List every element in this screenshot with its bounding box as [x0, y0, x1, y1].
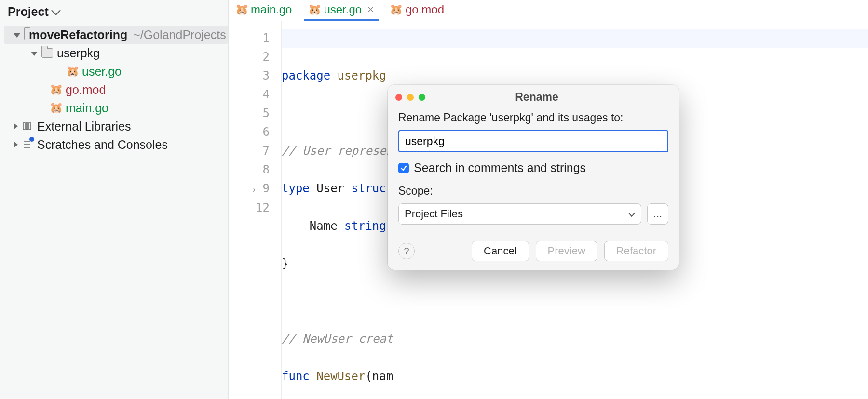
rename-dialog: Rename Rename Package 'userpkg' and its …	[388, 85, 679, 270]
rename-input[interactable]	[398, 130, 668, 152]
tree-root-name: moveRefactoring	[29, 28, 127, 41]
code-token: User	[316, 182, 344, 195]
tree-file-main[interactable]: 🐹 main.go	[4, 99, 228, 117]
tree-root[interactable]: moveRefactoring ~/GolandProjects	[4, 26, 228, 44]
code-token: Name	[310, 219, 338, 233]
line-number: 3	[229, 66, 270, 85]
go-file-icon: 🐹	[50, 102, 62, 114]
refactor-button[interactable]: Refactor	[604, 241, 668, 261]
window-controls	[395, 94, 425, 101]
code-token: type	[282, 182, 310, 195]
tab-go-mod[interactable]: 🐹 go.mod	[386, 0, 449, 21]
search-comments-checkbox-row[interactable]: Search in comments and strings	[398, 161, 668, 175]
library-icon	[22, 120, 33, 132]
line-number: 2	[229, 48, 270, 66]
chevron-down-icon[interactable]	[14, 33, 20, 38]
folder-icon	[24, 30, 25, 40]
scope-label: Scope:	[398, 185, 668, 198]
fold-icon[interactable]: ›	[252, 184, 256, 194]
dialog-title: Rename	[425, 91, 671, 104]
current-line-highlight	[282, 29, 868, 48]
tree-external-libraries[interactable]: External Libraries	[4, 117, 228, 135]
scope-select[interactable]: Project Files	[398, 203, 641, 225]
tree-root-path: ~/GolandProjects	[133, 28, 226, 41]
tree-item-label: Scratches and Consoles	[37, 138, 168, 151]
spacer	[40, 105, 46, 111]
scope-more-button[interactable]: ...	[647, 203, 668, 225]
tab-label: user.go	[324, 3, 362, 16]
tab-main-go[interactable]: 🐹 main.go	[231, 0, 297, 21]
checkbox-checked-icon[interactable]	[398, 163, 409, 173]
spacer	[40, 86, 46, 93]
code-token: struct	[352, 182, 393, 195]
project-panel: Project moveRefactoring ~/GolandProjects…	[0, 0, 229, 399]
line-number: › 9	[229, 179, 270, 199]
svg-rect-2	[29, 123, 31, 130]
code-token: NewUser	[316, 370, 365, 383]
tree-file-user[interactable]: 🐹 user.go	[4, 62, 228, 80]
chevron-down-icon[interactable]	[31, 52, 38, 56]
help-icon: ?	[404, 246, 409, 257]
project-tree: moveRefactoring ~/GolandProjects userpkg…	[0, 24, 228, 154]
spacer	[56, 68, 63, 75]
scratches-icon	[22, 139, 33, 150]
checkbox-label: Search in comments and strings	[414, 161, 586, 175]
button-label: Cancel	[484, 245, 516, 257]
code-token: func	[282, 370, 310, 383]
tree-item-label: user.go	[82, 65, 122, 78]
tree-folder-userpkg[interactable]: userpkg	[4, 44, 228, 62]
line-number: 1	[229, 29, 270, 48]
minimize-window-icon[interactable]	[407, 94, 414, 101]
line-number: 4	[229, 85, 270, 104]
more-label: ...	[653, 208, 662, 220]
preview-button[interactable]: Preview	[536, 241, 597, 261]
editor-tabs: 🐹 main.go 🐹 user.go × 🐹 go.mod	[229, 0, 868, 21]
dialog-titlebar[interactable]: Rename	[388, 85, 679, 109]
go-file-icon: 🐹	[236, 4, 247, 15]
go-mod-icon: 🐹	[391, 4, 402, 15]
tab-label: main.go	[251, 3, 292, 16]
line-number: 12	[229, 199, 270, 217]
go-file-icon: 🐹	[67, 66, 78, 77]
line-number: 6	[229, 123, 270, 142]
code-token: string	[344, 219, 386, 233]
chevron-right-icon[interactable]	[14, 141, 18, 148]
code-token: package	[282, 69, 330, 82]
chevron-down-icon	[51, 6, 61, 15]
go-mod-icon: 🐹	[50, 84, 62, 95]
tree-item-label: External Libraries	[37, 120, 131, 133]
zoom-window-icon[interactable]	[419, 94, 425, 101]
chevron-right-icon[interactable]	[14, 123, 18, 130]
line-number: 7	[229, 142, 270, 160]
tree-item-label: main.go	[66, 101, 108, 115]
svg-rect-1	[26, 123, 28, 130]
chevron-down-icon	[628, 208, 635, 220]
project-panel-header[interactable]: Project	[0, 0, 228, 24]
tree-item-label: userpkg	[57, 46, 100, 60]
code-token: }	[282, 257, 288, 270]
tab-label: go.mod	[406, 3, 444, 16]
line-number: 8	[229, 160, 270, 179]
rename-label: Rename Package 'userpkg' and its usages …	[398, 111, 668, 124]
tree-item-label: go.mod	[66, 83, 106, 96]
line-number: 5	[229, 104, 270, 123]
code-token: (nam	[365, 370, 393, 383]
tab-user-go[interactable]: 🐹 user.go ×	[304, 0, 379, 21]
project-panel-title: Project	[8, 5, 49, 19]
close-window-icon[interactable]	[395, 94, 402, 101]
tree-scratches[interactable]: Scratches and Consoles	[4, 135, 228, 154]
line-gutter: 1 2 3 4 5 6 7 8 › 9 12	[229, 21, 282, 399]
code-token: userpkg	[338, 69, 386, 82]
go-file-icon: 🐹	[309, 4, 320, 15]
scope-value: Project Files	[405, 208, 463, 220]
code-comment: // NewUser creat	[282, 332, 393, 346]
button-label: Refactor	[616, 245, 656, 257]
tree-file-gomod[interactable]: 🐹 go.mod	[4, 80, 228, 99]
cancel-button[interactable]: Cancel	[472, 241, 529, 261]
folder-icon	[41, 48, 53, 58]
close-icon[interactable]: ×	[367, 3, 374, 16]
dialog-body: Rename Package 'userpkg' and its usages …	[388, 111, 679, 270]
svg-rect-0	[23, 123, 25, 130]
button-label: Preview	[548, 245, 585, 257]
help-button[interactable]: ?	[398, 243, 415, 259]
